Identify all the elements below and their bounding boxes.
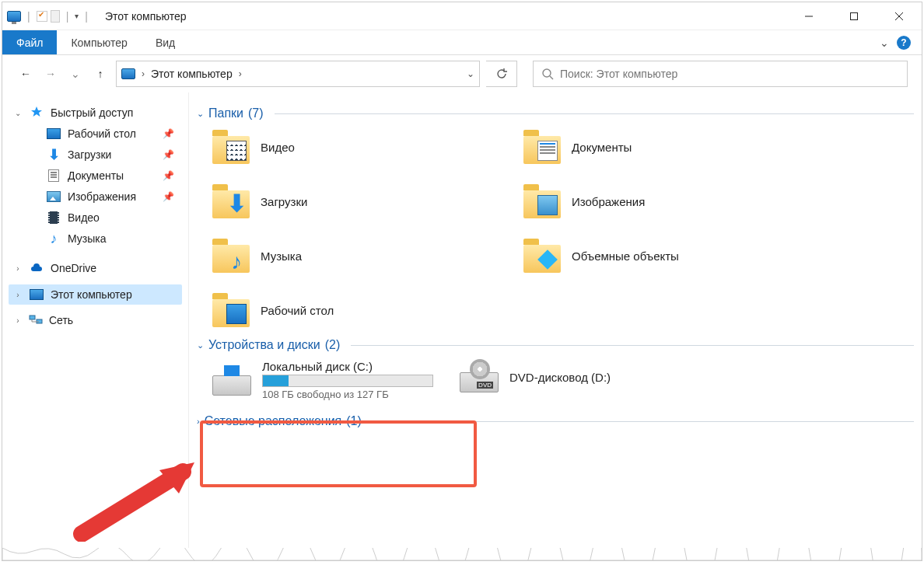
this-pc-icon [7, 11, 21, 22]
maximize-button[interactable] [831, 2, 877, 30]
qat-separator2: | [63, 10, 72, 23]
folder-icon [523, 183, 561, 220]
music-icon: ♪ [51, 231, 58, 247]
minimize-button[interactable] [786, 2, 831, 30]
qat-customize-icon[interactable]: ▾ [75, 12, 79, 20]
sidebar-this-pc[interactable]: › Этот компьютер [9, 284, 182, 305]
caret-right-icon[interactable]: › [13, 291, 23, 299]
breadcrumb[interactable]: Этот компьютер [151, 68, 233, 80]
folder-downloads[interactable]: ⬇ Загрузки [212, 183, 508, 220]
video-icon [48, 211, 59, 224]
nav-up-button[interactable]: ↑ [91, 65, 110, 83]
titlebar: | | ▾ | Этот компьютер [2, 2, 922, 30]
nav-forward-button[interactable]: → [41, 65, 60, 83]
ribbon-expand-icon[interactable]: ⌄ [880, 37, 889, 49]
folder-icon: ♪ [212, 237, 250, 274]
document-icon [48, 169, 59, 182]
hdd-icon [212, 363, 251, 397]
address-chevron-icon[interactable]: › [239, 68, 242, 79]
folder-3d-objects[interactable]: Объемные объекты [523, 237, 819, 274]
search-icon [541, 68, 554, 80]
sidebar-item-label: Музыка [68, 232, 107, 245]
explorer-window: | | ▾ | Этот компьютер Файл Компьютер Ви… [2, 2, 922, 561]
caret-right-icon[interactable]: › [13, 316, 23, 325]
network-icon [29, 315, 43, 326]
window-title: Этот компьютер [96, 10, 187, 23]
sidebar-item-music[interactable]: ♪ Музыка [26, 228, 182, 249]
drive-name: DVD-дисковод (D:) [509, 371, 611, 384]
group-count: (2) [325, 338, 341, 352]
sidebar-item-label: OneDrive [51, 262, 96, 274]
pin-icon: 📌 [163, 191, 177, 202]
cloud-icon [29, 261, 44, 275]
dvd-icon [460, 360, 499, 394]
close-button[interactable] [877, 2, 922, 30]
ribbon: Файл Компьютер Вид ⌄ ? [2, 30, 922, 55]
sidebar-item-documents[interactable]: Документы 📌 [26, 166, 182, 186]
refresh-button[interactable] [486, 61, 517, 87]
sidebar-quick-access[interactable]: ⌄ Быстрый доступ [9, 103, 182, 123]
pin-icon: 📌 [163, 128, 177, 139]
sidebar-item-label: Рабочий стол [68, 127, 136, 140]
sidebar: ⌄ Быстрый доступ Рабочий стол 📌 ⬇ Загруз… [2, 92, 189, 560]
sidebar-item-label: Этот компьютер [51, 288, 132, 301]
pin-icon: 📌 [163, 149, 177, 160]
folder-music[interactable]: ♪ Музыка [212, 237, 508, 274]
svg-point-4 [543, 69, 551, 77]
group-network-locations[interactable]: › Сетевые расположения (1) [197, 414, 914, 428]
sidebar-network[interactable]: › Сеть [9, 311, 182, 330]
address-bar[interactable]: › Этот компьютер › ⌄ [116, 61, 480, 87]
svg-rect-1 [851, 12, 858, 19]
caret-right-icon[interactable]: › [13, 264, 23, 273]
caret-down-icon: ⌄ [197, 109, 204, 119]
svg-line-5 [550, 76, 553, 79]
folder-label: Музыка [261, 249, 302, 263]
address-history-icon[interactable]: ⌄ [467, 68, 474, 79]
sidebar-onedrive[interactable]: › OneDrive [9, 258, 182, 278]
nav-recent-button[interactable]: ⌄ [66, 65, 85, 83]
sidebar-item-pictures[interactable]: Изображения 📌 [26, 187, 182, 207]
svg-rect-6 [30, 316, 35, 319]
folder-icon [212, 128, 250, 166]
qat-newfolder-icon[interactable] [51, 10, 60, 23]
folder-label: Видео [261, 141, 295, 154]
folder-documents[interactable]: Документы [523, 128, 819, 166]
qat-separator3: | [82, 10, 91, 23]
sidebar-item-desktop[interactable]: Рабочий стол 📌 [26, 124, 182, 144]
pin-icon: 📌 [163, 170, 177, 181]
qat-separator: | [24, 10, 33, 23]
folder-pictures[interactable]: Изображения [523, 183, 819, 220]
search-box[interactable] [533, 61, 908, 87]
address-icon [121, 68, 135, 79]
folder-icon: ⬇ [212, 183, 250, 220]
content: ⌄ Быстрый доступ Рабочий стол 📌 ⬇ Загруз… [2, 92, 922, 560]
folder-label: Рабочий стол [261, 304, 334, 317]
group-count: (1) [346, 414, 362, 428]
folder-label: Объемные объекты [572, 249, 679, 263]
help-icon[interactable]: ? [897, 36, 911, 50]
group-devices[interactable]: ⌄ Устройства и диски (2) [197, 338, 914, 352]
ribbon-tab-computer[interactable]: Компьютер [57, 30, 141, 54]
star-icon [29, 106, 44, 120]
folder-label: Загрузки [261, 195, 307, 208]
group-folders[interactable]: ⌄ Папки (7) [197, 106, 914, 120]
drive-name: Локальный диск (C:) [262, 360, 433, 373]
address-chevron-icon[interactable]: › [142, 68, 145, 79]
drive-d[interactable]: DVD-дисковод (D:) [460, 360, 611, 394]
folder-label: Изображения [572, 195, 645, 208]
sidebar-item-videos[interactable]: Видео [26, 208, 182, 228]
ribbon-tab-file[interactable]: Файл [2, 30, 57, 54]
nav-back-button[interactable]: ← [16, 65, 35, 83]
caret-down-icon[interactable]: ⌄ [13, 109, 23, 117]
folder-desktop[interactable]: Рабочий стол [212, 291, 508, 329]
window-controls [786, 2, 922, 30]
nav-row: ← → ⌄ ↑ › Этот компьютер › ⌄ [2, 55, 922, 92]
sidebar-item-downloads[interactable]: ⬇ Загрузки 📌 [26, 145, 182, 165]
qat-properties-icon[interactable] [37, 11, 47, 22]
drive-c[interactable]: Локальный диск (C:) 108 ГБ свободно из 1… [212, 360, 433, 400]
annotation-highlight [200, 420, 477, 487]
search-input[interactable] [560, 68, 899, 80]
folder-videos[interactable]: Видео [212, 128, 508, 166]
ribbon-tab-view[interactable]: Вид [142, 30, 189, 54]
group-label: Устройства и диски [208, 338, 320, 352]
